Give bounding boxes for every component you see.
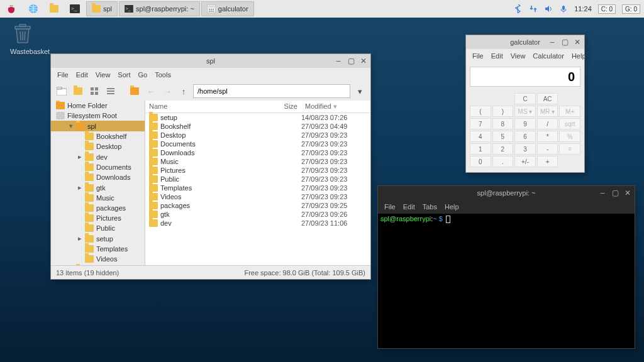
- maximize-button[interactable]: ▢: [560, 38, 569, 47]
- maximize-button[interactable]: ▢: [347, 57, 355, 65]
- fm-menu-tools[interactable]: Tools: [155, 71, 171, 79]
- calc-menu-calculator[interactable]: Calculator: [533, 52, 564, 60]
- list-view-button[interactable]: [104, 84, 118, 98]
- file-row[interactable]: Public27/09/23 09:23: [145, 175, 370, 184]
- calc-key-5[interactable]: 5: [492, 131, 514, 142]
- calc-key-[interactable]: .: [492, 156, 514, 167]
- icon-view-button[interactable]: [87, 84, 101, 98]
- sidebar-item-downloads[interactable]: Downloads: [51, 172, 145, 182]
- file-row[interactable]: Bookshelf27/09/23 04:49: [145, 122, 370, 131]
- term-menu-tabs[interactable]: Tabs: [423, 203, 437, 211]
- sidebar-item-packages[interactable]: packages: [51, 203, 145, 213]
- new-tab-button[interactable]: [55, 84, 69, 98]
- cpu-meter[interactable]: C: 0: [598, 4, 616, 14]
- calc-menu-edit[interactable]: Edit: [491, 52, 503, 60]
- term-menu-file[interactable]: File: [384, 203, 396, 211]
- taskbar-app-1[interactable]: >_spl@raspberrypi: ~: [119, 1, 200, 16]
- file-row[interactable]: gtk27/09/23 09:26: [145, 210, 370, 219]
- calculator-titlebar[interactable]: galculator – ▢ ✕: [466, 35, 584, 49]
- sidebar-item-desktop[interactable]: Desktop: [51, 141, 145, 151]
- term-menu-edit[interactable]: Edit: [403, 203, 415, 211]
- minimize-button[interactable]: –: [548, 38, 557, 47]
- minimize-button[interactable]: –: [334, 57, 343, 65]
- gpu-meter[interactable]: G: 0: [622, 4, 640, 14]
- calc-key-4[interactable]: 4: [470, 131, 491, 142]
- file-row[interactable]: Templates27/09/23 09:23: [145, 184, 370, 192]
- calc-key-[interactable]: -: [537, 143, 558, 155]
- file-row[interactable]: Documents27/09/23 09:23: [145, 140, 370, 148]
- calc-key-0[interactable]: 0: [470, 156, 491, 167]
- sidebar-filesystem-root[interactable]: Filesystem Root: [51, 111, 145, 121]
- calc-key-7[interactable]: 7: [470, 118, 491, 129]
- terminal-launcher[interactable]: >_: [65, 1, 85, 16]
- calc-menu-help[interactable]: Help: [572, 52, 586, 60]
- calc-key-[interactable]: %: [559, 131, 580, 142]
- taskbar-app-0[interactable]: spl: [86, 1, 118, 16]
- go-up-button[interactable]: ↑: [177, 84, 191, 98]
- calc-key-[interactable]: /: [537, 118, 558, 129]
- calc-key-[interactable]: +/-: [514, 156, 536, 167]
- calc-key-6[interactable]: 6: [514, 131, 536, 142]
- new-folder-button[interactable]: [71, 84, 85, 98]
- calc-key-2[interactable]: 2: [492, 143, 514, 155]
- calc-key-3[interactable]: 3: [514, 143, 536, 155]
- go-back-button[interactable]: ←: [144, 84, 158, 98]
- calc-key-sqrt[interactable]: sqrt: [559, 118, 580, 129]
- calc-key-9[interactable]: 9: [514, 118, 536, 129]
- calc-key-1[interactable]: 1: [470, 143, 491, 155]
- fm-menu-file[interactable]: File: [57, 71, 69, 79]
- minimize-button[interactable]: –: [598, 189, 607, 197]
- fm-menu-sort[interactable]: Sort: [118, 71, 130, 79]
- column-header-modified[interactable]: Modified ▾: [301, 101, 370, 112]
- sidebar-item-music[interactable]: Music: [51, 193, 145, 203]
- calc-key-8[interactable]: 8: [492, 118, 514, 129]
- web-browser-launcher[interactable]: [23, 1, 43, 16]
- sidebar-home-folder[interactable]: Home Folder: [51, 101, 145, 111]
- sidebar-item-spl[interactable]: ▾spl: [51, 121, 145, 131]
- file-row[interactable]: packages27/09/23 09:25: [145, 201, 370, 210]
- calc-key-ms[interactable]: MS ▾: [514, 106, 536, 117]
- column-header-size[interactable]: Size: [267, 101, 301, 112]
- calc-key-[interactable]: *: [537, 131, 558, 142]
- fm-menu-view[interactable]: View: [96, 71, 111, 79]
- file-row[interactable]: setup14/08/23 07:26: [145, 113, 370, 122]
- file-manager-titlebar[interactable]: spl – ▢ ✕: [51, 54, 370, 68]
- file-row[interactable]: Videos27/09/23 09:23: [145, 192, 370, 201]
- calc-menu-file[interactable]: File: [472, 52, 484, 60]
- term-menu-help[interactable]: Help: [445, 203, 459, 211]
- close-button[interactable]: ✕: [623, 189, 632, 197]
- sidebar-item-gtk[interactable]: ▸gtk: [51, 182, 145, 193]
- calc-key-[interactable]: +: [537, 156, 558, 167]
- network-icon[interactable]: [529, 4, 538, 13]
- go-home-button[interactable]: [128, 84, 142, 98]
- file-row[interactable]: Pictures27/09/23 09:23: [145, 166, 370, 175]
- sidebar-item-videos[interactable]: Videos: [51, 254, 145, 264]
- calc-key-ac[interactable]: AC: [537, 93, 558, 104]
- microphone-icon[interactable]: [559, 4, 568, 13]
- file-row[interactable]: Downloads27/09/23 09:23: [145, 148, 370, 157]
- sidebar-item-setup[interactable]: ▸setup: [51, 233, 145, 244]
- file-row[interactable]: Music27/09/23 09:23: [145, 157, 370, 166]
- sidebar-item-dev[interactable]: ▸dev: [51, 151, 145, 162]
- calc-key-mr[interactable]: MR ▾: [537, 106, 558, 117]
- maximize-button[interactable]: ▢: [611, 189, 619, 197]
- bluetooth-icon[interactable]: [514, 4, 523, 13]
- clock[interactable]: 11:24: [574, 5, 592, 13]
- volume-icon[interactable]: [544, 4, 553, 13]
- close-button[interactable]: ✕: [359, 57, 368, 65]
- path-bar[interactable]: /home/spl: [193, 84, 350, 98]
- sidebar-item-public[interactable]: Public: [51, 223, 145, 233]
- calc-key-m[interactable]: M+: [559, 106, 580, 117]
- calc-key-[interactable]: =: [559, 143, 580, 155]
- go-forward-button[interactable]: →: [160, 84, 174, 98]
- taskbar-app-2[interactable]: galculator: [201, 1, 254, 16]
- terminal-titlebar[interactable]: spl@raspberrypi: ~ – ▢ ✕: [378, 186, 635, 200]
- sidebar-item-pictures[interactable]: Pictures: [51, 213, 145, 223]
- file-row[interactable]: Desktop27/09/23 09:23: [145, 131, 370, 140]
- sidebar-item-bookshelf[interactable]: Bookshelf: [51, 131, 145, 141]
- file-manager-launcher[interactable]: [45, 1, 64, 16]
- fm-menu-edit[interactable]: Edit: [76, 71, 88, 79]
- terminal-body[interactable]: spl@raspberrypi:~ $: [378, 214, 635, 348]
- app-menu-button[interactable]: [1, 1, 22, 16]
- sidebar-item-documents[interactable]: Documents: [51, 162, 145, 172]
